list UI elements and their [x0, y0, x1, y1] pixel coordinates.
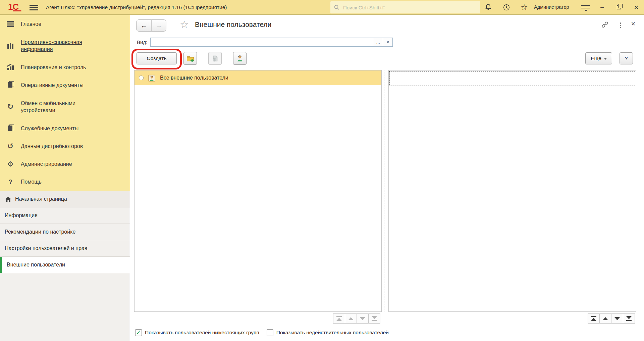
move-to-top-button[interactable] [588, 313, 600, 324]
get-link-icon[interactable] [601, 20, 609, 30]
sidebar-item-administration[interactable]: ⚙ Администрирование [0, 155, 130, 173]
folder-plus-icon [186, 54, 195, 63]
vid-input[interactable] [150, 38, 373, 47]
show-subgroup-users-option[interactable]: ✓ Показывать пользователей нижестоящих г… [135, 329, 259, 336]
current-user-label[interactable]: Администратор [534, 0, 569, 14]
vid-field-row: Вид: ... × [137, 38, 393, 47]
sidebar-item-distributor-data[interactable]: ↺ Данные дистрибьюторов [0, 137, 130, 155]
menu-lines-icon [0, 20, 21, 28]
panel-splitter[interactable] [384, 70, 384, 312]
home-icon [5, 196, 12, 203]
panel-settings-icon[interactable] [581, 5, 590, 10]
move-up-button[interactable] [345, 313, 357, 324]
close-page-icon[interactable]: × [631, 19, 635, 28]
add-favorite-star-icon[interactable]: ☆ [180, 18, 189, 30]
sidebar-item-service-docs[interactable]: Служебные документы [0, 119, 130, 137]
question-icon: ? [0, 178, 21, 186]
search-input[interactable] [342, 4, 477, 11]
minimize-button[interactable]: – [597, 0, 607, 14]
favorites-star-icon[interactable]: ☆ [519, 0, 530, 14]
navigation-buttons: ← → [136, 19, 166, 32]
create-user-button[interactable] [233, 52, 247, 65]
window-title: Агент Плюс: "Управление дистрибуцией", р… [46, 0, 227, 14]
gear-icon: ⚙ [0, 160, 21, 168]
move-to-top-button[interactable] [333, 313, 345, 324]
pages-list: Начальная страница Информация Рекомендац… [0, 191, 130, 273]
help-button[interactable]: ? [620, 52, 633, 64]
move-to-bottom-button[interactable] [623, 313, 635, 324]
sync-icon: ↻ [0, 102, 21, 111]
page-title: Внешние пользователи [195, 20, 271, 29]
copy-document-icon [211, 55, 219, 62]
sidebar-page-user-rights-settings[interactable]: Настройки пользователей и прав [0, 240, 130, 256]
vid-clear-button[interactable]: × [383, 38, 393, 47]
vid-choose-button[interactable]: ... [373, 38, 383, 47]
copy-item-button[interactable] [208, 52, 222, 65]
sidebar-page-external-users[interactable]: Внешние пользователи [0, 256, 130, 273]
move-to-bottom-button[interactable] [368, 313, 380, 324]
users-group-icon [148, 74, 156, 82]
create-group-button[interactable] [183, 52, 197, 65]
list-item-all-external-users[interactable]: Все внешние пользователи [135, 70, 381, 85]
sidebar: Главное Нормативно-справочная информация… [0, 15, 130, 341]
columns-icon [0, 43, 21, 49]
forward-button[interactable]: → [151, 20, 166, 31]
groups-sort-buttons [333, 313, 380, 324]
restore-window-button[interactable] [614, 0, 624, 14]
main-menu-icon[interactable] [30, 5, 38, 10]
more-button[interactable]: Еще [585, 52, 612, 64]
move-up-button[interactable] [599, 313, 611, 324]
global-search[interactable] [330, 1, 480, 13]
sections-menu: Главное Нормативно-справочная информация… [0, 15, 130, 191]
titlebar: 1С Агент Плюс: "Управление дистрибуцией"… [0, 0, 644, 15]
person-icon [236, 55, 244, 62]
users-sort-buttons [588, 313, 635, 324]
users-list-panel [388, 70, 636, 312]
history-icon[interactable] [500, 0, 512, 14]
focused-empty-row[interactable] [389, 71, 635, 86]
documents-icon [0, 126, 21, 131]
chevron-down-icon [604, 58, 607, 60]
show-invalid-users-option[interactable]: Показывать недействительных пользователе… [267, 329, 389, 336]
1c-logo: 1С [8, 2, 18, 12]
main-content: ← → ☆ Внешние пользователи × Вид: ... × … [130, 15, 644, 341]
search-icon [334, 4, 340, 10]
documents-icon [0, 82, 21, 88]
sidebar-item-help[interactable]: ? Помощь [0, 173, 130, 191]
footer-options: ✓ Показывать пользователей нижестоящих г… [135, 329, 389, 336]
checkbox-checked[interactable]: ✓ [135, 329, 142, 336]
sidebar-item-main[interactable]: Главное [0, 15, 130, 33]
move-down-button[interactable] [611, 313, 623, 324]
notifications-bell-icon[interactable] [482, 0, 494, 14]
move-down-button[interactable] [357, 313, 369, 324]
sidebar-item-mobile-exchange[interactable]: ↻ Обмен с мобильными устройствами [0, 94, 130, 119]
create-button[interactable]: Создать [137, 52, 177, 64]
more-menu-kebab-icon[interactable] [619, 22, 622, 29]
distribute-icon: ↺ [0, 142, 21, 151]
bar-chart-icon [0, 64, 21, 70]
radio-icon[interactable] [139, 76, 144, 80]
sidebar-page-home[interactable]: Начальная страница [0, 191, 130, 207]
sidebar-item-operational-docs[interactable]: Оперативные документы [0, 76, 130, 94]
groups-list-panel: Все внешние пользователи [134, 70, 382, 312]
back-button[interactable]: ← [137, 20, 151, 31]
close-window-button[interactable]: × [631, 0, 642, 14]
application-window: 1С Агент Плюс: "Управление дистрибуцией"… [0, 0, 644, 341]
sidebar-page-information[interactable]: Информация [0, 207, 130, 224]
sidebar-item-reference-info[interactable]: Нормативно-справочная информация [0, 33, 130, 58]
checkbox-unchecked[interactable] [267, 329, 273, 336]
vid-label: Вид: [137, 39, 147, 45]
sidebar-page-setup-recommendations[interactable]: Рекомендации по настройке [0, 224, 130, 240]
sidebar-item-planning[interactable]: Планирование и контроль [0, 58, 130, 76]
